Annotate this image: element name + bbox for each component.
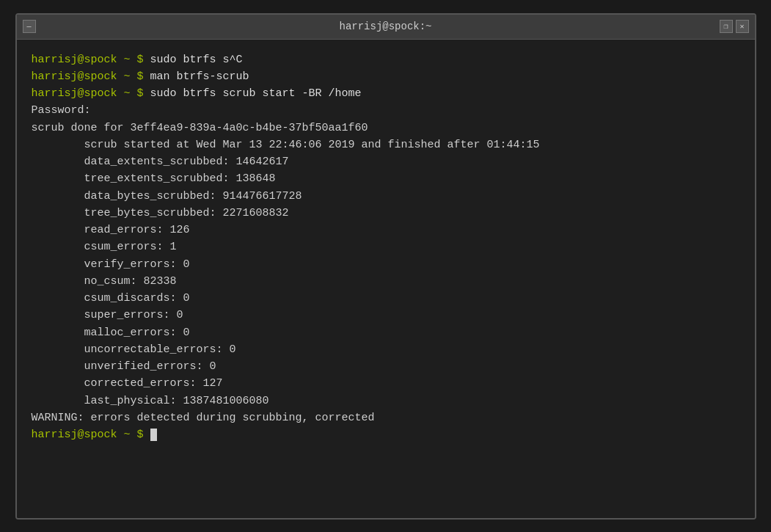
title-bar: — harrisj@spock:~ ❐ ✕: [17, 15, 755, 40]
output-text: super_errors: 0: [32, 309, 183, 321]
terminal-line: csum_errors: 1: [32, 238, 740, 255]
output-text: csum_errors: 1: [32, 241, 177, 253]
output-text: tree_bytes_scrubbed: 2271608832: [32, 207, 289, 219]
terminal-window: — harrisj@spock:~ ❐ ✕ harrisj@spock ~ $ …: [15, 13, 756, 520]
command-text: sudo btrfs s^C: [150, 54, 243, 66]
output-text: scrub done for 3eff4ea9-839a-4a0c-b4be-3…: [32, 122, 368, 134]
terminal-line: data_extents_scrubbed: 14642617: [32, 153, 740, 170]
terminal-line: no_csum: 82338: [32, 273, 740, 290]
output-text: read_errors: 126: [32, 224, 190, 236]
command-text: sudo btrfs scrub start -BR /home: [150, 87, 362, 100]
terminal-line: malloc_errors: 0: [32, 324, 740, 341]
minimize-button[interactable]: —: [23, 20, 36, 33]
output-text: corrected_errors: 127: [32, 377, 223, 390]
terminal-line: tree_extents_scrubbed: 138648: [32, 170, 740, 187]
terminal-line: scrub done for 3eff4ea9-839a-4a0c-b4be-3…: [32, 120, 740, 136]
terminal-line: harrisj@spock ~ $ sudo btrfs scrub start…: [32, 85, 740, 102]
output-text: verify_errors: 0: [32, 258, 190, 271]
terminal-line: harrisj@spock ~ $: [32, 426, 740, 443]
output-text: data_extents_scrubbed: 14642617: [32, 156, 289, 168]
terminal-line: data_bytes_scrubbed: 914476617728: [32, 188, 740, 205]
restore-button[interactable]: ❐: [720, 20, 733, 33]
output-text: unverified_errors: 0: [32, 360, 216, 373]
close-button[interactable]: ✕: [736, 20, 749, 33]
terminal-line: last_physical: 1387481006080: [32, 393, 740, 409]
prompt: harrisj@spock ~ $: [32, 54, 150, 66]
terminal-line: corrected_errors: 127: [32, 375, 740, 392]
terminal-line: csum_discards: 0: [32, 290, 740, 307]
terminal-content[interactable]: harrisj@spock ~ $ sudo btrfs s^Charrisj@…: [17, 40, 755, 518]
terminal-line: harrisj@spock ~ $ sudo btrfs s^C: [32, 51, 740, 68]
output-text: scrub started at Wed Mar 13 22:46:06 201…: [32, 139, 540, 151]
output-text: malloc_errors: 0: [32, 327, 190, 339]
prompt: harrisj@spock ~ $: [32, 429, 150, 441]
terminal-line: unverified_errors: 0: [32, 358, 740, 375]
terminal-line: verify_errors: 0: [32, 256, 740, 273]
output-text: tree_extents_scrubbed: 138648: [32, 172, 276, 185]
terminal-line: tree_bytes_scrubbed: 2271608832: [32, 205, 740, 222]
warning-text: WARNING: errors detected during scrubbin…: [32, 412, 375, 424]
cursor: [150, 429, 157, 441]
output-text: data_bytes_scrubbed: 914476617728: [32, 190, 302, 203]
terminal-line: Password:: [32, 102, 740, 119]
title-bar-left: —: [23, 20, 36, 33]
prompt: harrisj@spock ~ $: [32, 70, 150, 83]
prompt: harrisj@spock ~ $: [32, 87, 150, 100]
output-text: no_csum: 82338: [32, 275, 177, 288]
command-text: man btrfs-scrub: [150, 70, 249, 83]
output-text: csum_discards: 0: [32, 292, 190, 305]
terminal-line: super_errors: 0: [32, 307, 740, 324]
output-text: Password:: [32, 104, 91, 117]
output-text: last_physical: 1387481006080: [32, 395, 269, 407]
output-text: uncorrectable_errors: 0: [32, 343, 236, 356]
title-bar-right: ❐ ✕: [720, 20, 749, 33]
terminal-line: harrisj@spock ~ $ man btrfs-scrub: [32, 68, 740, 85]
terminal-line: scrub started at Wed Mar 13 22:46:06 201…: [32, 136, 740, 153]
terminal-line: uncorrectable_errors: 0: [32, 341, 740, 358]
title-bar-title: harrisj@spock:~: [339, 21, 431, 32]
terminal-line: WARNING: errors detected during scrubbin…: [32, 409, 740, 426]
terminal-line: read_errors: 126: [32, 222, 740, 238]
